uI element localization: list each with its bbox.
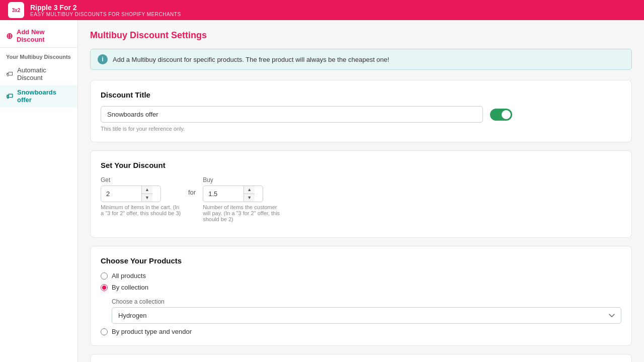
set-discount-card: Set Your Discount Get ▲ ▼ Minimum of ite… <box>90 150 632 238</box>
main-content: Multibuy Discount Settings i Add a Multi… <box>78 20 644 362</box>
discount-title-card: Discount Title This title is for your re… <box>90 80 632 142</box>
discount-toggle[interactable] <box>490 109 512 121</box>
buy-spinner: ▲ ▼ <box>244 186 255 202</box>
discount-title-hint: This title is for your reference only. <box>101 126 621 132</box>
info-icon: i <box>98 54 108 64</box>
get-label: Get <box>101 176 181 184</box>
get-input-wrap: ▲ ▼ <box>101 186 161 202</box>
buy-label: Buy <box>203 176 283 184</box>
discount-active-icon: 🏷 <box>6 92 13 100</box>
get-spinner: ▲ ▼ <box>141 186 152 202</box>
discount-title-section-label: Discount Title <box>101 90 621 99</box>
for-label: for <box>188 176 196 196</box>
sidebar-section-label: Your Multibuy Discounts <box>0 52 77 63</box>
all-products-radio[interactable] <box>101 273 108 280</box>
app-header: 3x2 Ripple 3 For 2 EASY MULTIBUY DISCOUN… <box>0 0 644 20</box>
buy-input[interactable] <box>203 187 244 201</box>
plus-icon: ⊕ <box>6 31 13 41</box>
get-hint: Minimum of items in the cart. (In a "3 f… <box>101 204 181 216</box>
get-decrement-button[interactable]: ▼ <box>142 194 152 202</box>
info-banner-text: Add a Multibuy discount for specific pro… <box>113 56 389 63</box>
app-logo: 3x2 <box>8 2 24 18</box>
buy-input-wrap: ▲ ▼ <box>203 186 263 202</box>
add-new-discount-button[interactable]: ⊕ Add New Discount <box>0 24 77 48</box>
get-increment-button[interactable]: ▲ <box>142 186 152 194</box>
toggle-slider <box>490 109 512 121</box>
set-discount-title: Set Your Discount <box>101 161 621 169</box>
get-field-wrap: Get ▲ ▼ Minimum of items in the cart. (I… <box>101 176 181 216</box>
buy-decrement-button[interactable]: ▼ <box>244 194 255 202</box>
sidebar-item-automatic-discount[interactable]: 🏷 Automatic Discount <box>0 63 77 85</box>
discount-title-row <box>101 106 621 123</box>
buy-increment-button[interactable]: ▲ <box>244 186 255 194</box>
buy-hint: Number of items the customer will pay. (… <box>203 204 283 222</box>
choose-products-card: Choose Your Products All products By col… <box>90 246 632 346</box>
discount-input-row: Get ▲ ▼ Minimum of items in the cart. (I… <box>101 176 621 222</box>
discount-icon: 🏷 <box>6 70 13 78</box>
by-type-vendor-option[interactable]: By product type and vendor <box>101 328 621 335</box>
sidebar-item-snowboards-offer[interactable]: 🏷 Snowboards offer <box>0 85 77 107</box>
choose-collection-label: Choose a collection <box>112 298 621 305</box>
filter-customer-card: Filter by Customer Apply to all customer… <box>90 354 632 362</box>
info-banner: i Add a Multibuy discount for specific p… <box>90 49 632 70</box>
all-products-option[interactable]: All products <box>101 272 621 280</box>
by-type-vendor-radio[interactable] <box>101 328 108 335</box>
by-collection-option[interactable]: By collection <box>101 284 621 291</box>
page-title: Multibuy Discount Settings <box>90 30 632 41</box>
buy-field-wrap: Buy ▲ ▼ Number of items the customer wil… <box>203 176 283 222</box>
by-collection-radio[interactable] <box>101 284 108 291</box>
app-title: Ripple 3 For 2 EASY MULTIBUY DISCOUNTS F… <box>30 4 181 17</box>
get-input[interactable] <box>101 187 141 201</box>
products-radio-group: All products By collection Choose a coll… <box>101 272 621 335</box>
discount-title-input[interactable] <box>101 106 483 123</box>
collection-block: Choose a collection HydrogenSnowboardsAc… <box>112 298 621 324</box>
collection-select[interactable]: HydrogenSnowboardsAccessories <box>112 307 621 324</box>
sidebar: ⊕ Add New Discount Your Multibuy Discoun… <box>0 20 78 362</box>
choose-products-title: Choose Your Products <box>101 256 621 265</box>
